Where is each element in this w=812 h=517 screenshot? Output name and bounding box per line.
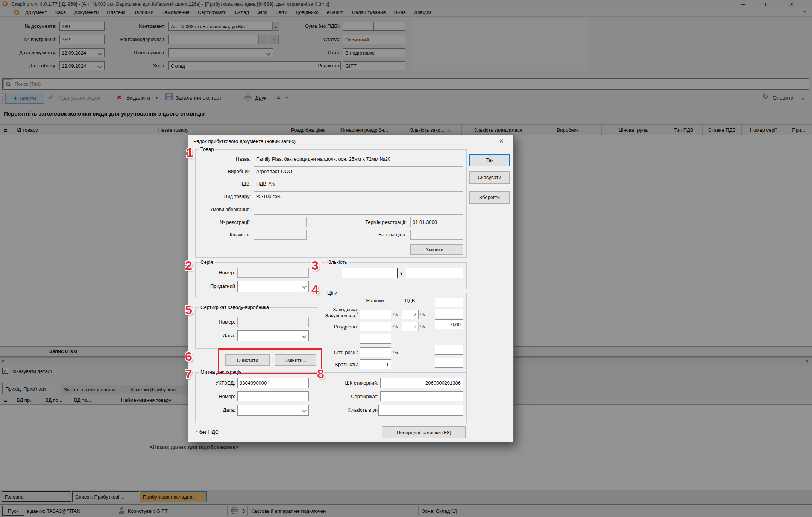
product-name-label: Назва: <box>196 156 251 162</box>
manufacturer-cert-caption: Сертифікат заводу-виробника <box>199 304 270 310</box>
wholesale-label: Опт.-розн.: <box>318 350 358 355</box>
retail-vat-pct: % <box>420 324 425 330</box>
quantity-group-caption: Кількість <box>326 259 349 265</box>
purchase-vat-pct: % <box>420 312 425 318</box>
storage-conditions-label: Умови зберігання: <box>196 207 251 212</box>
series-group-caption: Серія <box>199 259 215 265</box>
multiplicity-field[interactable]: 1 <box>360 359 391 369</box>
purchase-price-field[interactable] <box>435 309 463 318</box>
save-button[interactable]: Зберегти <box>469 191 510 204</box>
vat-label: ПДВ: <box>196 181 251 187</box>
cert-date-label: Дата: <box>197 333 235 338</box>
pack-qty-label: Кількість в уп <box>324 407 378 413</box>
purchase-markup-field[interactable] <box>360 310 391 319</box>
cert-number-field[interactable] <box>237 317 309 327</box>
dialog-title-bar: Рядок прибуткового документа (новий запи… <box>188 135 513 148</box>
factory-price-field[interactable] <box>435 298 463 307</box>
vat-field[interactable]: ПДВ 7% <box>254 179 463 189</box>
reg-number-field[interactable] <box>254 217 307 227</box>
retail-price-label: Роздрібна: <box>318 324 358 330</box>
reg-term-field[interactable]: 01.01.3000 <box>410 217 463 227</box>
series-number-label: Номер: <box>197 270 235 275</box>
sticker-cert-field[interactable] <box>380 391 463 401</box>
manufacturer-label: Виробник: <box>196 169 251 174</box>
retail-vat-field: 7 <box>402 322 419 331</box>
prices-group-caption: Ціни <box>326 290 339 296</box>
customs-date-combo[interactable] <box>237 405 309 416</box>
pack-qty-field[interactable] <box>378 405 463 416</box>
cert-date-chevron-icon <box>302 333 307 338</box>
annotation-6: 6 <box>185 350 192 363</box>
product-kind-field[interactable]: 95-100 грн. <box>254 191 463 201</box>
multiplicity-price-field[interactable] <box>435 358 463 368</box>
base-price-field[interactable] <box>410 230 463 240</box>
wholesale-markup-field[interactable] <box>360 347 391 357</box>
annotation-5: 5 <box>185 303 192 316</box>
retail-markup-field[interactable] <box>360 322 391 331</box>
factory-price-label: Заводська: <box>318 307 358 312</box>
dialog-incoming-document-row: Рядок прибуткового документа (новий запи… <box>188 135 514 442</box>
text-caret <box>345 270 345 276</box>
product-change-button[interactable]: Змінити... <box>410 244 463 255</box>
uktzed-label: УКТЗЕД: <box>197 380 235 386</box>
annotation-7: 7 <box>185 367 192 380</box>
cancel-button[interactable]: Скасувати <box>469 171 510 184</box>
dialog-title: Рядок прибуткового документа (новий запи… <box>193 138 296 144</box>
product-qty-label: Кількість. <box>196 232 251 237</box>
product-name-field[interactable]: Family Plast бактерицидни на шолк. осн. … <box>254 154 463 164</box>
manufacturer-field[interactable]: Агропласт ООО <box>254 166 463 176</box>
series-valid-label: Придатний <box>194 283 235 289</box>
product-qty-field[interactable] <box>254 230 307 240</box>
purchase-price-label: Закупівельна:* <box>313 312 358 318</box>
cert-number-label: Номер: <box>197 319 235 325</box>
annotation-3: 3 <box>311 259 319 272</box>
annotation-1: 1 <box>186 146 193 159</box>
purchase-star: * <box>357 312 358 316</box>
annotation-4: 4 <box>311 283 319 296</box>
uktzed-field[interactable]: 3304990000 <box>237 378 309 388</box>
prices-col-markup: Націнки <box>357 298 393 303</box>
previous-balances-button[interactable]: Попередні залишки (F8) <box>382 426 466 438</box>
customs-number-label: Номер: <box>197 394 235 399</box>
vat-footnote: * без НДС <box>196 429 219 435</box>
series-valid-combo[interactable] <box>237 281 309 292</box>
reg-number-label: № реєстрації: <box>196 219 251 225</box>
base-price-label: Базова ціна: <box>313 232 407 237</box>
purchase-vat-field[interactable]: 7 <box>402 310 419 319</box>
quantity-total-field[interactable] <box>406 268 463 278</box>
dialog-close-button[interactable]: ✕ <box>494 138 509 146</box>
extra-markup-field[interactable] <box>360 334 391 344</box>
customs-date-chevron-icon <box>302 408 307 413</box>
wholesale-pct: % <box>393 350 398 355</box>
product-group-caption: Товар <box>199 146 215 152</box>
wholesale-price-field[interactable] <box>435 345 463 355</box>
manufacturer-cert-group: Сертифікат заводу-виробника <box>195 307 318 349</box>
purchase-price-label-text: Закупівельна: <box>325 313 357 318</box>
reg-term-label: Термін реєстрації: <box>313 219 407 225</box>
shk-label: ШК стикерний: <box>324 380 378 386</box>
annotation-box-6 <box>218 348 322 374</box>
yes-button[interactable]: Так <box>469 154 510 166</box>
retail-markup-pct: % <box>393 324 398 330</box>
annotation-8: 8 <box>317 367 324 380</box>
app-window: Скарб pro v. 4.0.2.77 [ІД: 969] - [Апт №… <box>0 0 812 517</box>
sticker-cert-label: Сертифікат: <box>324 394 378 399</box>
cert-date-combo[interactable] <box>237 330 309 341</box>
series-valid-chevron-icon <box>302 284 307 289</box>
annotation-2: 2 <box>185 259 192 272</box>
retail-price-field[interactable]: 0,00 <box>435 319 463 329</box>
storage-conditions-field[interactable] <box>254 204 463 215</box>
series-number-field[interactable] <box>237 268 309 278</box>
prices-col-vat: ПДВ <box>399 298 420 303</box>
customs-number-field[interactable] <box>237 391 309 401</box>
customs-date-label: Дата: <box>197 407 235 413</box>
quantity-input[interactable] <box>342 268 398 278</box>
purchase-markup-pct: % <box>393 312 398 318</box>
shk-field[interactable]: 2060000201386 <box>380 378 463 388</box>
quantity-of-label: з <box>400 270 402 276</box>
product-kind-label: Вид товару: <box>196 193 251 199</box>
